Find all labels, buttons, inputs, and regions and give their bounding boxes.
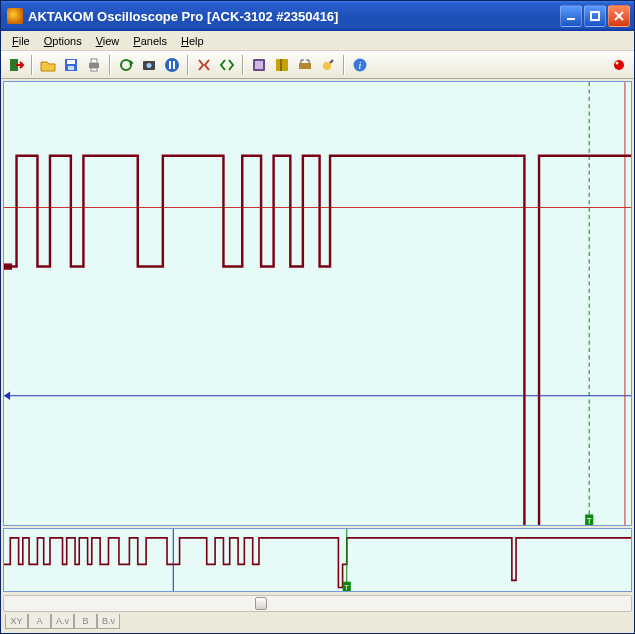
toolbar: i xyxy=(1,51,634,79)
open-icon xyxy=(40,57,56,73)
info-button[interactable]: i xyxy=(349,54,371,76)
svg-rect-7 xyxy=(91,59,97,63)
svg-rect-16 xyxy=(255,61,263,69)
svg-rect-8 xyxy=(91,68,97,71)
exit-button[interactable] xyxy=(5,54,27,76)
panel-c-button[interactable] xyxy=(294,54,316,76)
svg-rect-14 xyxy=(173,61,175,69)
zoom-fit-icon xyxy=(219,57,235,73)
toolbar-separator xyxy=(242,55,244,75)
snapshot-button[interactable] xyxy=(138,54,160,76)
bottom-tab-3[interactable]: B xyxy=(74,614,97,629)
svg-point-11 xyxy=(147,63,152,68)
svg-point-24 xyxy=(616,61,619,64)
toolbar-separator xyxy=(343,55,345,75)
titlebar: AKTAKOM Oscilloscope Pro [ACK-3102 #2350… xyxy=(1,1,634,31)
snapshot-icon xyxy=(141,57,157,73)
bottom-tab-0[interactable]: XY xyxy=(5,614,28,629)
panel-a-icon xyxy=(251,57,267,73)
overview-scope-display[interactable]: T xyxy=(3,528,632,592)
content-area: T T XYAA.vBB.v xyxy=(1,79,634,633)
svg-text:T: T xyxy=(345,584,350,591)
bottom-tab-2[interactable]: A.v xyxy=(51,614,74,629)
svg-rect-5 xyxy=(68,66,74,70)
minimize-button[interactable] xyxy=(560,5,582,27)
toolbar-separator xyxy=(109,55,111,75)
record-loop-icon xyxy=(118,57,134,73)
zoom-reset-button[interactable] xyxy=(193,54,215,76)
svg-rect-18 xyxy=(280,59,282,71)
pause-icon xyxy=(164,57,180,73)
svg-text:T: T xyxy=(587,517,592,525)
toolbar-separator xyxy=(31,55,33,75)
menu-view[interactable]: View xyxy=(89,33,127,49)
horizontal-scroll-row xyxy=(3,594,632,612)
bottom-tab-4[interactable]: B.v xyxy=(97,614,120,629)
overview-scope-plot: T xyxy=(4,529,631,591)
open-button[interactable] xyxy=(37,54,59,76)
svg-rect-4 xyxy=(67,60,75,64)
main-scope-display[interactable]: T xyxy=(3,81,632,526)
svg-rect-1 xyxy=(591,12,599,20)
zoom-reset-icon xyxy=(196,57,212,73)
svg-point-20 xyxy=(323,62,331,70)
svg-rect-32 xyxy=(4,263,12,269)
panel-b-button[interactable] xyxy=(271,54,293,76)
svg-rect-0 xyxy=(567,18,575,20)
print-button[interactable] xyxy=(83,54,105,76)
svg-point-12 xyxy=(165,58,179,72)
bottom-tabs: XYAA.vBB.v xyxy=(3,614,632,631)
panel-c-icon xyxy=(297,57,313,73)
exit-icon xyxy=(8,57,24,73)
window-title: AKTAKOM Oscilloscope Pro [ACK-3102 #2350… xyxy=(28,9,558,24)
panel-d-button[interactable] xyxy=(317,54,339,76)
record-dot-icon xyxy=(611,57,627,73)
svg-rect-13 xyxy=(169,61,171,69)
record-loop-button[interactable] xyxy=(115,54,137,76)
panel-d-icon xyxy=(320,57,336,73)
menu-help[interactable]: Help xyxy=(174,33,211,49)
toolbar-separator xyxy=(187,55,189,75)
zoom-fit-button[interactable] xyxy=(216,54,238,76)
menu-panels[interactable]: Panels xyxy=(126,33,174,49)
bottom-tab-1[interactable]: A xyxy=(28,614,51,629)
panel-a-button[interactable] xyxy=(248,54,270,76)
close-button[interactable] xyxy=(608,5,630,27)
svg-rect-6 xyxy=(89,63,99,68)
svg-point-23 xyxy=(614,60,624,70)
panel-b-icon xyxy=(274,57,290,73)
svg-rect-25 xyxy=(4,82,631,525)
print-icon xyxy=(86,57,102,73)
menubar: FileOptionsViewPanelsHelp xyxy=(1,31,634,51)
menu-options[interactable]: Options xyxy=(37,33,89,49)
maximize-button[interactable] xyxy=(584,5,606,27)
svg-text:i: i xyxy=(359,60,362,71)
menu-file[interactable]: File xyxy=(5,33,37,49)
pause-button[interactable] xyxy=(161,54,183,76)
info-icon: i xyxy=(352,57,368,73)
svg-rect-19 xyxy=(299,63,311,69)
horizontal-scrollbar[interactable] xyxy=(3,595,632,612)
scrollbar-thumb[interactable] xyxy=(255,597,267,610)
save-button[interactable] xyxy=(60,54,82,76)
main-scope-plot: T xyxy=(4,82,631,525)
save-icon xyxy=(63,57,79,73)
app-icon xyxy=(7,8,23,24)
record-indicator[interactable] xyxy=(608,54,630,76)
